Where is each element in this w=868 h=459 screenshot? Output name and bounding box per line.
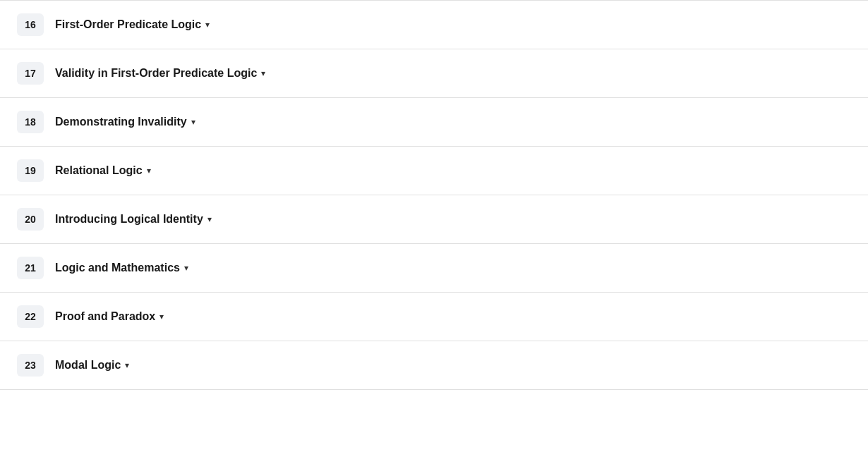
chapter-item-22[interactable]: 22Proof and Paradox▾ [0, 293, 868, 341]
chapter-number-22: 22 [17, 305, 44, 328]
chapter-item-16[interactable]: 16First-Order Predicate Logic▾ [0, 0, 868, 49]
chapter-item-21[interactable]: 21Logic and Mathematics▾ [0, 244, 868, 293]
chapter-number-18: 18 [17, 111, 44, 133]
chapter-title-23: Modal Logic [55, 359, 121, 372]
chapter-title-row-19: Relational Logic▾ [55, 164, 151, 177]
chapter-title-row-20: Introducing Logical Identity▾ [55, 213, 212, 226]
chapter-number-21: 21 [17, 257, 44, 279]
chapter-title-row-21: Logic and Mathematics▾ [55, 262, 188, 274]
chapter-number-23: 23 [17, 354, 44, 377]
chevron-down-icon-21[interactable]: ▾ [184, 263, 188, 273]
chapter-title-row-17: Validity in First-Order Predicate Logic▾ [55, 67, 265, 80]
chapter-item-20[interactable]: 20Introducing Logical Identity▾ [0, 195, 868, 244]
main-content: 16First-Order Predicate Logic▾17Validity… [0, 0, 868, 390]
chevron-down-icon-17[interactable]: ▾ [261, 68, 265, 78]
chapter-title-row-22: Proof and Paradox▾ [55, 310, 164, 323]
chapter-list: 16First-Order Predicate Logic▾17Validity… [0, 0, 868, 390]
chapter-item-17[interactable]: 17Validity in First-Order Predicate Logi… [0, 49, 868, 98]
chapter-item-19[interactable]: 19Relational Logic▾ [0, 147, 868, 195]
chevron-down-icon-23[interactable]: ▾ [125, 360, 129, 370]
chapter-title-18: Demonstrating Invalidity [55, 116, 187, 128]
chapter-item-18[interactable]: 18Demonstrating Invalidity▾ [0, 98, 868, 147]
chapter-title-row-16: First-Order Predicate Logic▾ [55, 18, 210, 31]
chevron-down-icon-18[interactable]: ▾ [191, 117, 195, 127]
chapter-title-17: Validity in First-Order Predicate Logic [55, 67, 257, 80]
chevron-down-icon-22[interactable]: ▾ [159, 312, 164, 322]
chevron-down-icon-16[interactable]: ▾ [205, 20, 210, 30]
chapter-number-20: 20 [17, 208, 44, 231]
chapter-title-21: Logic and Mathematics [55, 262, 180, 274]
chapter-number-16: 16 [17, 13, 44, 36]
chapter-number-19: 19 [17, 159, 44, 182]
chapter-item-23[interactable]: 23Modal Logic▾ [0, 341, 868, 390]
chapter-title-20: Introducing Logical Identity [55, 213, 203, 226]
chapter-title-row-18: Demonstrating Invalidity▾ [55, 116, 195, 128]
chevron-down-icon-19[interactable]: ▾ [147, 166, 151, 176]
chevron-down-icon-20[interactable]: ▾ [207, 214, 212, 224]
chapter-title-19: Relational Logic [55, 164, 143, 177]
chapter-title-22: Proof and Paradox [55, 310, 155, 323]
chapter-title-16: First-Order Predicate Logic [55, 18, 201, 31]
chapter-title-row-23: Modal Logic▾ [55, 359, 129, 372]
chapter-number-17: 17 [17, 62, 44, 85]
